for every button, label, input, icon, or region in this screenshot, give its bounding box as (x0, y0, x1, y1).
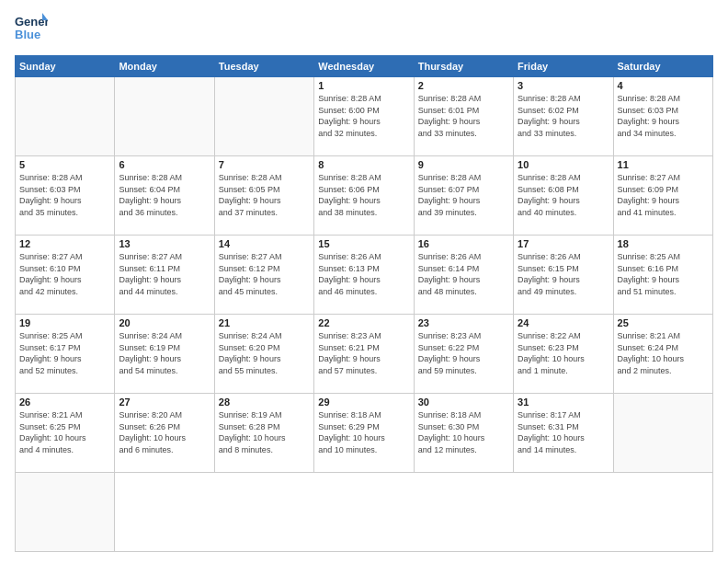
calendar-day-8: 8Sunrise: 8:28 AMSunset: 6:06 PMDaylight… (314, 156, 414, 236)
calendar-day-9: 9Sunrise: 8:28 AMSunset: 6:07 PMDaylight… (414, 156, 513, 236)
day-info: Sunrise: 8:17 AMSunset: 6:31 PMDaylight:… (518, 409, 609, 455)
day-number: 17 (518, 238, 609, 249)
weekday-header-sunday: Sunday (16, 56, 115, 77)
calendar-day-6: 6Sunrise: 8:28 AMSunset: 6:04 PMDaylight… (115, 156, 214, 236)
day-number: 13 (119, 238, 210, 249)
day-number: 18 (618, 238, 709, 249)
day-info: Sunrise: 8:26 AMSunset: 6:13 PMDaylight:… (318, 251, 409, 297)
day-info: Sunrise: 8:28 AMSunset: 6:00 PMDaylight:… (318, 93, 409, 139)
day-number: 5 (19, 159, 110, 170)
calendar-week-row: 1Sunrise: 8:28 AMSunset: 6:00 PMDaylight… (16, 77, 713, 156)
calendar-day-4: 4Sunrise: 8:28 AMSunset: 6:03 PMDaylight… (613, 77, 712, 156)
calendar-day-10: 10Sunrise: 8:28 AMSunset: 6:08 PMDayligh… (514, 156, 613, 236)
day-number: 10 (518, 159, 609, 170)
day-number: 11 (618, 159, 709, 170)
calendar-day-29: 29Sunrise: 8:18 AMSunset: 6:29 PMDayligh… (314, 394, 414, 473)
day-info: Sunrise: 8:28 AMSunset: 6:01 PMDaylight:… (418, 93, 509, 139)
day-info: Sunrise: 8:23 AMSunset: 6:22 PMDaylight:… (418, 330, 509, 376)
day-info: Sunrise: 8:21 AMSunset: 6:24 PMDaylight:… (618, 330, 709, 376)
calendar-day-26: 26Sunrise: 8:21 AMSunset: 6:25 PMDayligh… (16, 394, 115, 473)
weekday-header-friday: Friday (514, 56, 613, 77)
day-number: 25 (618, 317, 709, 328)
day-info: Sunrise: 8:23 AMSunset: 6:21 PMDaylight:… (318, 330, 409, 376)
day-number: 28 (219, 396, 310, 408)
day-number: 12 (19, 238, 110, 249)
calendar-day-17: 17Sunrise: 8:26 AMSunset: 6:15 PMDayligh… (514, 236, 613, 315)
calendar-day-empty (214, 77, 313, 156)
day-info: Sunrise: 8:28 AMSunset: 6:05 PMDaylight:… (219, 172, 310, 218)
day-number: 1 (318, 80, 409, 91)
day-info: Sunrise: 8:25 AMSunset: 6:17 PMDaylight:… (19, 330, 110, 376)
day-info: Sunrise: 8:28 AMSunset: 6:02 PMDaylight:… (518, 93, 609, 139)
calendar-table: SundayMondayTuesdayWednesdayThursdayFrid… (15, 55, 713, 552)
calendar-day-12: 12Sunrise: 8:27 AMSunset: 6:10 PMDayligh… (16, 236, 115, 315)
calendar-day-31: 31Sunrise: 8:17 AMSunset: 6:31 PMDayligh… (514, 394, 613, 473)
day-number: 9 (418, 159, 509, 170)
calendar-day-3: 3Sunrise: 8:28 AMSunset: 6:02 PMDaylight… (514, 77, 613, 156)
day-info: Sunrise: 8:28 AMSunset: 6:08 PMDaylight:… (518, 172, 609, 218)
day-info: Sunrise: 8:27 AMSunset: 6:10 PMDaylight:… (19, 251, 110, 297)
day-info: Sunrise: 8:20 AMSunset: 6:26 PMDaylight:… (119, 409, 210, 455)
weekday-header-tuesday: Tuesday (214, 56, 313, 77)
day-info: Sunrise: 8:28 AMSunset: 6:06 PMDaylight:… (318, 172, 409, 218)
day-info: Sunrise: 8:28 AMSunset: 6:03 PMDaylight:… (19, 172, 110, 218)
day-info: Sunrise: 8:27 AMSunset: 6:11 PMDaylight:… (119, 251, 210, 297)
day-info: Sunrise: 8:26 AMSunset: 6:14 PMDaylight:… (418, 251, 509, 297)
day-info: Sunrise: 8:22 AMSunset: 6:23 PMDaylight:… (518, 330, 609, 376)
day-info: Sunrise: 8:24 AMSunset: 6:19 PMDaylight:… (119, 330, 210, 376)
calendar-day-14: 14Sunrise: 8:27 AMSunset: 6:12 PMDayligh… (214, 236, 313, 315)
day-info: Sunrise: 8:28 AMSunset: 6:03 PMDaylight:… (618, 93, 709, 139)
day-info: Sunrise: 8:18 AMSunset: 6:29 PMDaylight:… (318, 409, 409, 455)
day-info: Sunrise: 8:27 AMSunset: 6:09 PMDaylight:… (618, 172, 709, 218)
day-info: Sunrise: 8:26 AMSunset: 6:15 PMDaylight:… (518, 251, 609, 297)
day-number: 21 (219, 317, 310, 328)
day-number: 14 (219, 238, 310, 249)
calendar-day-15: 15Sunrise: 8:26 AMSunset: 6:13 PMDayligh… (314, 236, 414, 315)
calendar-day-7: 7Sunrise: 8:28 AMSunset: 6:05 PMDaylight… (214, 156, 313, 236)
day-number: 2 (418, 80, 509, 91)
calendar-day-23: 23Sunrise: 8:23 AMSunset: 6:22 PMDayligh… (414, 315, 513, 394)
day-number: 16 (418, 238, 509, 249)
day-number: 15 (318, 238, 409, 249)
calendar-week-row: 12Sunrise: 8:27 AMSunset: 6:10 PMDayligh… (16, 236, 713, 315)
day-number: 6 (119, 159, 210, 170)
calendar-day-1: 1Sunrise: 8:28 AMSunset: 6:00 PMDaylight… (314, 77, 414, 156)
calendar-day-27: 27Sunrise: 8:20 AMSunset: 6:26 PMDayligh… (115, 394, 214, 473)
calendar-day-19: 19Sunrise: 8:25 AMSunset: 6:17 PMDayligh… (16, 315, 115, 394)
day-number: 3 (518, 80, 609, 91)
weekday-header-saturday: Saturday (613, 56, 712, 77)
header: General Blue (15, 11, 713, 48)
day-number: 20 (119, 317, 210, 328)
calendar-day-2: 2Sunrise: 8:28 AMSunset: 6:01 PMDaylight… (414, 77, 513, 156)
day-number: 7 (219, 159, 310, 170)
day-info: Sunrise: 8:28 AMSunset: 6:07 PMDaylight:… (418, 172, 509, 218)
calendar-day-empty (16, 77, 115, 156)
calendar-day-20: 20Sunrise: 8:24 AMSunset: 6:19 PMDayligh… (115, 315, 214, 394)
calendar-week-row: 26Sunrise: 8:21 AMSunset: 6:25 PMDayligh… (16, 394, 713, 473)
day-number: 29 (318, 396, 409, 408)
calendar-day-empty (16, 473, 115, 552)
calendar-week-row (16, 473, 713, 552)
day-number: 8 (318, 159, 409, 170)
calendar-day-empty (115, 77, 214, 156)
day-info: Sunrise: 8:24 AMSunset: 6:20 PMDaylight:… (219, 330, 310, 376)
calendar-day-16: 16Sunrise: 8:26 AMSunset: 6:14 PMDayligh… (414, 236, 513, 315)
day-number: 27 (119, 396, 210, 408)
day-number: 22 (318, 317, 409, 328)
svg-text:Blue: Blue (15, 28, 40, 41)
day-number: 19 (19, 317, 110, 328)
weekday-header-row: SundayMondayTuesdayWednesdayThursdayFrid… (16, 56, 713, 77)
day-number: 4 (618, 80, 709, 91)
calendar-day-11: 11Sunrise: 8:27 AMSunset: 6:09 PMDayligh… (613, 156, 712, 236)
day-number: 23 (418, 317, 509, 328)
day-info: Sunrise: 8:18 AMSunset: 6:30 PMDaylight:… (418, 409, 509, 455)
calendar-day-24: 24Sunrise: 8:22 AMSunset: 6:23 PMDayligh… (514, 315, 613, 394)
calendar-day-30: 30Sunrise: 8:18 AMSunset: 6:30 PMDayligh… (414, 394, 513, 473)
calendar-day-25: 25Sunrise: 8:21 AMSunset: 6:24 PMDayligh… (613, 315, 712, 394)
logo: General Blue (15, 11, 48, 48)
day-info: Sunrise: 8:21 AMSunset: 6:25 PMDaylight:… (19, 409, 110, 455)
calendar-week-row: 5Sunrise: 8:28 AMSunset: 6:03 PMDaylight… (16, 156, 713, 236)
weekday-header-thursday: Thursday (414, 56, 513, 77)
day-number: 31 (518, 396, 609, 408)
day-number: 24 (518, 317, 609, 328)
